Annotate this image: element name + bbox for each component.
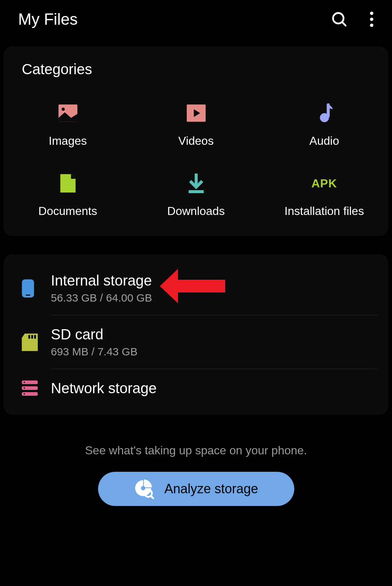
storage-title: Network storage xyxy=(51,380,157,396)
storage-subtitle: 56.33 GB / 64.00 GB xyxy=(51,292,152,304)
svg-rect-13 xyxy=(28,335,30,339)
svg-point-20 xyxy=(24,387,25,389)
search-button[interactable] xyxy=(331,11,348,28)
svg-point-19 xyxy=(24,382,25,383)
categories-title: Categories xyxy=(4,61,388,88)
arrow-annotation xyxy=(160,269,225,305)
phone-icon xyxy=(22,279,51,298)
storage-title: Internal storage xyxy=(51,272,152,289)
header: My Files xyxy=(0,0,392,47)
storage-sdcard[interactable]: SD card 693 MB / 7.43 GB xyxy=(4,315,388,369)
app-title: My Files xyxy=(18,10,78,28)
audio-icon xyxy=(314,103,335,123)
category-documents[interactable]: Documents xyxy=(4,173,132,218)
apk-icon: APK xyxy=(314,173,335,194)
category-label: Videos xyxy=(178,134,214,148)
storage-subtitle: 693 MB / 7.43 GB xyxy=(51,346,137,358)
svg-rect-12 xyxy=(26,294,31,295)
categories-grid: Images Videos Audio xyxy=(4,88,388,218)
sdcard-icon xyxy=(22,334,51,351)
header-actions xyxy=(331,11,374,28)
svg-point-24 xyxy=(141,486,145,490)
documents-icon xyxy=(58,173,78,194)
category-label: Installation files xyxy=(284,204,364,218)
storage-text: Internal storage 56.33 GB / 64.00 GB xyxy=(51,272,152,304)
images-icon xyxy=(58,103,78,123)
category-videos[interactable]: Videos xyxy=(132,103,260,148)
search-icon xyxy=(331,11,348,28)
more-vertical-icon xyxy=(369,11,374,27)
footer-hint: See what's taking up space on your phone… xyxy=(0,444,392,457)
svg-rect-14 xyxy=(31,335,33,339)
svg-line-23 xyxy=(151,496,153,498)
storage-network[interactable]: Network storage xyxy=(4,369,388,407)
category-label: Audio xyxy=(310,134,339,148)
storage-title: SD card xyxy=(51,326,137,343)
analyze-label: Analyze storage xyxy=(164,481,258,497)
svg-point-3 xyxy=(370,17,373,21)
downloads-icon xyxy=(186,173,206,194)
category-downloads[interactable]: Downloads xyxy=(132,173,260,218)
category-label: Images xyxy=(49,134,87,148)
category-images[interactable]: Images xyxy=(4,103,132,148)
more-button[interactable] xyxy=(369,11,374,27)
category-installation-files[interactable]: APK Installation files xyxy=(260,173,388,218)
svg-point-8 xyxy=(320,113,329,122)
svg-point-4 xyxy=(370,24,373,27)
category-label: Downloads xyxy=(167,204,225,218)
svg-rect-15 xyxy=(34,335,36,339)
analyze-storage-button[interactable]: Analyze storage xyxy=(98,472,294,506)
svg-point-6 xyxy=(61,108,65,111)
categories-card: Categories Images Videos xyxy=(4,47,388,236)
storage-card: Internal storage 56.33 GB / 64.00 GB SD … xyxy=(4,254,388,415)
network-storage-icon xyxy=(22,380,51,396)
svg-point-2 xyxy=(370,12,373,15)
svg-line-1 xyxy=(342,22,346,26)
storage-text: SD card 693 MB / 7.43 GB xyxy=(51,326,137,358)
videos-icon xyxy=(186,103,206,123)
analyze-icon xyxy=(134,479,154,499)
storage-text: Network storage xyxy=(51,380,157,396)
category-label: Documents xyxy=(39,204,97,218)
svg-point-21 xyxy=(24,393,25,395)
category-audio[interactable]: Audio xyxy=(260,103,388,148)
